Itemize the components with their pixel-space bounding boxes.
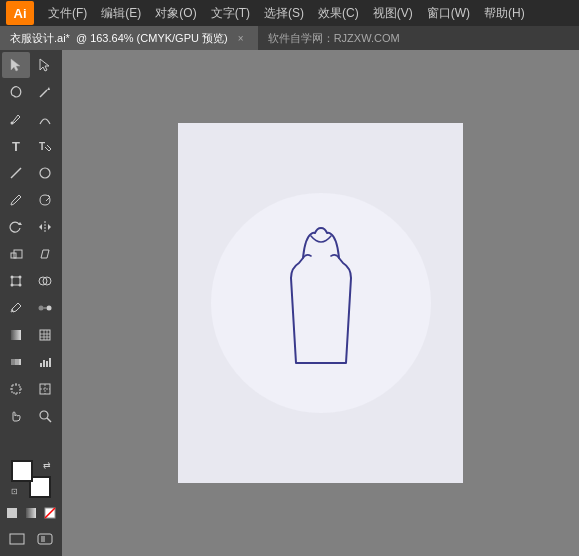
svg-point-22 bbox=[47, 306, 52, 311]
ellipse-tool[interactable] bbox=[31, 160, 59, 186]
eyedropper-tool[interactable] bbox=[2, 295, 30, 321]
zoom-tool[interactable] bbox=[31, 403, 59, 429]
svg-point-7 bbox=[40, 168, 50, 178]
touch-type-tool[interactable]: T bbox=[31, 133, 59, 159]
svg-point-16 bbox=[19, 276, 22, 279]
menu-window[interactable]: 窗口(W) bbox=[421, 3, 476, 24]
svg-marker-11 bbox=[48, 224, 51, 230]
default-colors-icon[interactable]: ⊡ bbox=[11, 487, 18, 496]
gradient-color-button[interactable] bbox=[23, 504, 40, 522]
svg-rect-24 bbox=[11, 330, 21, 340]
magic-wand-tool[interactable] bbox=[31, 79, 59, 105]
menu-object[interactable]: 对象(O) bbox=[149, 3, 202, 24]
extra-tools-row bbox=[4, 528, 58, 550]
title-bar: Ai 文件(F) 编辑(E) 对象(O) 文字(T) 选择(S) 效果(C) 视… bbox=[0, 0, 579, 26]
pen-tool[interactable] bbox=[2, 106, 30, 132]
tab-right-info: 软件自学网：RJZXW.COM bbox=[258, 26, 579, 50]
svg-marker-0 bbox=[11, 59, 20, 71]
document-canvas bbox=[178, 123, 463, 483]
tool-row-3 bbox=[2, 106, 60, 132]
direct-selection-tool[interactable] bbox=[31, 52, 59, 78]
shape-builder-tool[interactable] bbox=[31, 268, 59, 294]
free-transform-tool[interactable] bbox=[2, 268, 30, 294]
svg-rect-35 bbox=[46, 361, 48, 367]
ai-logo: Ai bbox=[6, 1, 34, 25]
svg-point-4 bbox=[11, 122, 14, 125]
tab-detail: @ 163.64% (CMYK/GPU 预览) bbox=[76, 31, 228, 46]
curvature-tool[interactable] bbox=[31, 106, 59, 132]
menu-view[interactable]: 视图(V) bbox=[367, 3, 419, 24]
svg-text:T: T bbox=[39, 141, 45, 152]
tool-row-14 bbox=[2, 403, 60, 429]
menu-select[interactable]: 选择(S) bbox=[258, 3, 310, 24]
svg-rect-33 bbox=[40, 363, 42, 367]
svg-rect-47 bbox=[7, 508, 17, 518]
tool-row-10 bbox=[2, 295, 60, 321]
solid-color-button[interactable] bbox=[4, 504, 21, 522]
svg-rect-34 bbox=[43, 360, 45, 367]
svg-point-21 bbox=[39, 306, 44, 311]
svg-rect-51 bbox=[10, 534, 24, 544]
svg-rect-13 bbox=[14, 250, 22, 258]
toolbar: T T bbox=[0, 50, 62, 556]
paintbrush-tool[interactable] bbox=[2, 187, 30, 213]
canvas-area[interactable] bbox=[62, 50, 579, 556]
graph-tool[interactable] bbox=[31, 349, 59, 375]
menu-edit[interactable]: 编辑(E) bbox=[95, 3, 147, 24]
tool-row-5 bbox=[2, 160, 60, 186]
lasso-tool[interactable] bbox=[2, 79, 30, 105]
svg-line-2 bbox=[40, 90, 47, 97]
tab-bar: 衣服设计.ai* @ 163.64% (CMYK/GPU 预览) × 软件自学网… bbox=[0, 26, 579, 50]
menu-help[interactable]: 帮助(H) bbox=[478, 3, 531, 24]
tab-close-button[interactable]: × bbox=[234, 31, 248, 45]
selection-tool[interactable] bbox=[2, 52, 30, 78]
live-paint-tool[interactable] bbox=[2, 349, 30, 375]
swap-colors-icon[interactable]: ⇄ bbox=[43, 460, 51, 470]
tool-row-7 bbox=[2, 214, 60, 240]
none-color-button[interactable] bbox=[41, 504, 58, 522]
change-screen-mode-button[interactable] bbox=[4, 528, 30, 550]
menu-file[interactable]: 文件(F) bbox=[42, 3, 93, 24]
svg-rect-53 bbox=[41, 536, 45, 542]
menu-effect[interactable]: 效果(C) bbox=[312, 3, 365, 24]
reflect-tool[interactable] bbox=[31, 214, 59, 240]
menu-bar: 文件(F) 编辑(E) 对象(O) 文字(T) 选择(S) 效果(C) 视图(V… bbox=[42, 3, 573, 24]
artboard-tool[interactable] bbox=[2, 376, 30, 402]
line-tool[interactable] bbox=[2, 160, 30, 186]
type-tool[interactable]: T bbox=[2, 133, 30, 159]
tool-row-11 bbox=[2, 322, 60, 348]
menu-text[interactable]: 文字(T) bbox=[205, 3, 256, 24]
rotate-tool[interactable] bbox=[2, 214, 30, 240]
tool-row-12 bbox=[2, 349, 60, 375]
garment-illustration bbox=[261, 218, 381, 388]
svg-marker-1 bbox=[40, 59, 49, 71]
gradient-tool[interactable] bbox=[2, 322, 30, 348]
svg-rect-48 bbox=[26, 508, 36, 518]
tab-filename: 衣服设计.ai* bbox=[10, 31, 70, 46]
color-mode-row bbox=[4, 504, 58, 522]
navigator-button[interactable] bbox=[32, 528, 58, 550]
hand-tool[interactable] bbox=[2, 403, 30, 429]
svg-rect-25 bbox=[40, 330, 50, 340]
svg-rect-32 bbox=[19, 359, 21, 365]
mesh-tool[interactable] bbox=[31, 322, 59, 348]
svg-point-15 bbox=[11, 276, 14, 279]
slice-tool[interactable] bbox=[31, 376, 59, 402]
tool-row-4: T T bbox=[2, 133, 60, 159]
svg-marker-10 bbox=[39, 224, 42, 230]
blend-tool[interactable] bbox=[31, 295, 59, 321]
blob-brush-tool[interactable] bbox=[31, 187, 59, 213]
color-section: ⇄ ⊡ bbox=[2, 456, 60, 554]
active-tab[interactable]: 衣服设计.ai* @ 163.64% (CMYK/GPU 预览) × bbox=[0, 26, 258, 50]
svg-rect-36 bbox=[49, 358, 51, 367]
color-boxes[interactable]: ⇄ ⊡ bbox=[11, 460, 51, 498]
svg-point-18 bbox=[19, 284, 22, 287]
shear-tool[interactable] bbox=[31, 241, 59, 267]
tool-row-6 bbox=[2, 187, 60, 213]
scale-tool[interactable] bbox=[2, 241, 30, 267]
svg-line-46 bbox=[47, 418, 51, 422]
fill-color-box[interactable] bbox=[11, 460, 33, 482]
svg-point-17 bbox=[11, 284, 14, 287]
svg-point-45 bbox=[40, 411, 48, 419]
svg-rect-14 bbox=[12, 277, 20, 285]
